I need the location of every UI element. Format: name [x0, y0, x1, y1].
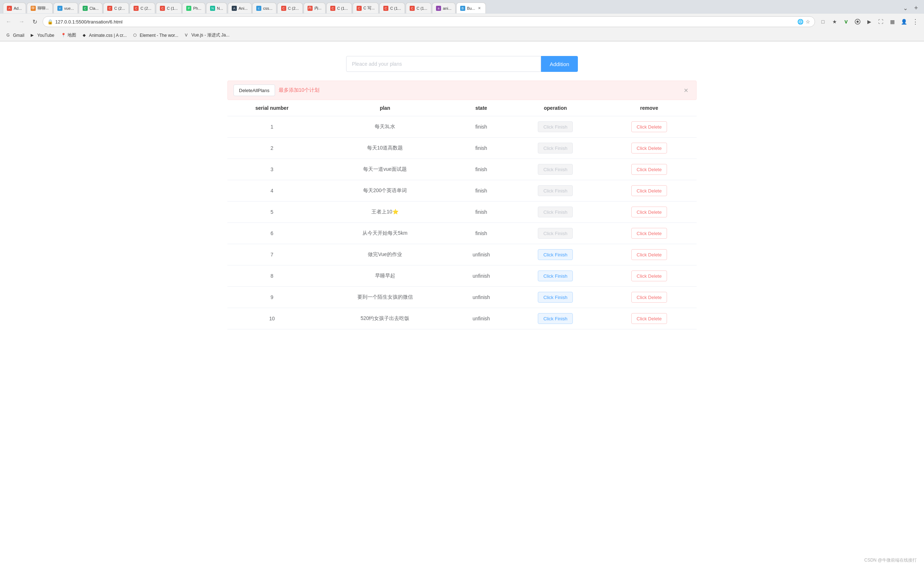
click-delete-btn-6[interactable]: Click Delete	[631, 228, 667, 239]
cell-remove-7: Click Delete	[602, 244, 697, 265]
cell-serial-9: 9	[227, 287, 316, 308]
forward-btn[interactable]: →	[16, 17, 27, 27]
click-delete-btn-2[interactable]: Click Delete	[631, 143, 667, 153]
browser-tab-2[interactable]: 聊 聊聊...	[27, 3, 53, 14]
click-delete-btn-9[interactable]: Click Delete	[631, 292, 667, 303]
play-icon[interactable]: ▶	[864, 17, 874, 27]
table-row: 9 要到一个陌生女孩的微信 unfinish Click Finish Clic…	[227, 287, 697, 308]
profile-icon[interactable]: 👤	[899, 17, 909, 27]
back-btn[interactable]: ←	[4, 17, 14, 27]
cell-plan-5: 王者上10⭐	[316, 202, 453, 223]
browser-tab-6[interactable]: C C (2...	[130, 3, 155, 14]
reload-btn[interactable]: ↻	[30, 17, 40, 27]
tab-favicon: C	[410, 6, 415, 11]
bookmark-item-0[interactable]: G Gmail	[4, 31, 27, 39]
address-bar[interactable]: 🔒 127.0.0.1:5500/transation/6.html 🌐 ☆	[43, 16, 815, 27]
tab-favicon: C	[160, 6, 165, 11]
cell-state-4: finish	[453, 180, 509, 202]
cell-serial-4: 4	[227, 180, 316, 202]
click-finish-btn-9[interactable]: Click Finish	[538, 292, 573, 303]
cell-operation-2: Click Finish	[509, 138, 602, 159]
addition-button[interactable]: Addition	[541, 56, 578, 72]
cell-remove-1: Click Delete	[602, 116, 697, 138]
click-finish-btn-10[interactable]: Click Finish	[538, 313, 573, 324]
table-wrapper: Addition DeleteAllPlans 最多添加10个计划 ✕ seri…	[227, 56, 697, 329]
bookmark-item-5[interactable]: V Vue.js - 渐进式 Ja...	[182, 31, 232, 39]
menu-icon[interactable]: ⋮	[910, 17, 920, 27]
cell-serial-5: 5	[227, 202, 316, 223]
delete-all-button[interactable]: DeleteAllPlans	[234, 84, 275, 96]
bookmark-item-3[interactable]: ◆ Animate.css | A cr...	[80, 31, 130, 39]
click-delete-btn-3[interactable]: Click Delete	[631, 164, 667, 175]
browser-tab-8[interactable]: P Ph...	[182, 3, 206, 14]
tab-label: N...	[217, 6, 223, 11]
browser-tab-14[interactable]: C C (1...	[326, 3, 352, 14]
bookmark-item-4[interactable]: ⬡ Element - The wor...	[130, 31, 181, 39]
browser-tab-7[interactable]: C C (1...	[156, 3, 182, 14]
tab-close-icon[interactable]: ✕	[477, 6, 482, 11]
cell-remove-5: Click Delete	[602, 202, 697, 223]
bookmark-icon[interactable]: ☆	[806, 19, 810, 24]
click-delete-btn-5[interactable]: Click Delete	[631, 207, 667, 217]
browser-tab-11[interactable]: c css...	[252, 3, 276, 14]
cell-operation-4: Click Finish	[509, 180, 602, 202]
table-row: 2 每天10道高数题 finish Click Finish Click Del…	[227, 138, 697, 159]
browser-tab-9[interactable]: N N...	[206, 3, 227, 14]
bookmark-item-1[interactable]: ▶ YouTube	[28, 31, 57, 39]
cell-state-7: unfinish	[453, 244, 509, 265]
bookmark-item-2[interactable]: 📍 地图	[58, 31, 79, 39]
star-icon[interactable]: ★	[830, 17, 840, 27]
tab-favicon: N	[210, 6, 215, 11]
browser-tab-16[interactable]: C C (1...	[380, 3, 405, 14]
click-delete-btn-7[interactable]: Click Delete	[631, 249, 667, 260]
bookmark-label: YouTube	[37, 33, 54, 38]
plan-input[interactable]	[346, 56, 541, 72]
browser-tab-5[interactable]: C C (2...	[103, 3, 129, 14]
browser-tab-15[interactable]: C C 写...	[352, 3, 379, 14]
browser-tab-19[interactable]: B Bu... ✕	[456, 3, 486, 14]
browser-tab-18[interactable]: a ani...	[432, 3, 456, 14]
bookmarks-bar: G Gmail ▶ YouTube 📍 地图 ◆ Animate.css | A…	[0, 30, 924, 41]
url-text: 127.0.0.1:5500/transation/6.html	[55, 19, 795, 24]
grammarly-icon[interactable]: V	[841, 17, 851, 27]
cell-operation-10: Click Finish	[509, 308, 602, 329]
tab-overflow-btn[interactable]: ⌄	[900, 3, 910, 13]
svg-point-1	[856, 21, 859, 23]
browser-tab-17[interactable]: C C (1...	[406, 3, 431, 14]
grammarly2-icon[interactable]	[852, 17, 862, 27]
browser-tab-3[interactable]: v vue...	[53, 3, 78, 14]
click-finish-btn-8[interactable]: Click Finish	[538, 271, 573, 281]
tab-favicon: C	[82, 6, 88, 11]
browser-tab-10[interactable]: A Ani...	[228, 3, 252, 14]
extensions-icon[interactable]: ⛶	[876, 17, 886, 27]
translate-icon[interactable]: 🌐	[797, 19, 804, 24]
browser-tab-1[interactable]: A Ad...	[3, 3, 26, 14]
tab-favicon: v	[57, 6, 63, 11]
alert-bar: DeleteAllPlans 最多添加10个计划 ✕	[227, 81, 697, 100]
col-plan: plan	[316, 100, 453, 116]
cell-remove-2: Click Delete	[602, 138, 697, 159]
browser-tab-12[interactable]: C C (2...	[277, 3, 303, 14]
cell-serial-7: 7	[227, 244, 316, 265]
cell-state-9: unfinish	[453, 287, 509, 308]
click-delete-btn-10[interactable]: Click Delete	[631, 313, 667, 324]
window-icon[interactable]: ▦	[887, 17, 897, 27]
browser-tab-13[interactable]: 内 内...	[303, 3, 326, 14]
click-finish-btn-1: Click Finish	[538, 121, 573, 132]
tab-favicon: B	[460, 6, 465, 11]
tab-label: C (2...	[288, 6, 299, 11]
address-bar-row: ← → ↻ 🔒 127.0.0.1:5500/transation/6.html…	[0, 14, 924, 30]
input-row: Addition	[227, 56, 697, 72]
new-tab-btn[interactable]: +	[911, 3, 921, 13]
lock-icon: 🔒	[47, 19, 53, 24]
browser-tab-4[interactable]: C Cla...	[79, 3, 103, 14]
table-header: serial number plan state operation remov…	[227, 100, 697, 116]
click-delete-btn-1[interactable]: Click Delete	[631, 121, 667, 132]
click-delete-btn-4[interactable]: Click Delete	[631, 185, 667, 196]
click-delete-btn-8[interactable]: Click Delete	[631, 271, 667, 281]
table-row: 3 每天一道vue面试题 finish Click Finish Click D…	[227, 159, 697, 180]
cell-remove-3: Click Delete	[602, 159, 697, 180]
click-finish-btn-7[interactable]: Click Finish	[538, 249, 573, 260]
share-icon[interactable]: □	[818, 17, 828, 27]
alert-close-btn[interactable]: ✕	[681, 86, 690, 95]
